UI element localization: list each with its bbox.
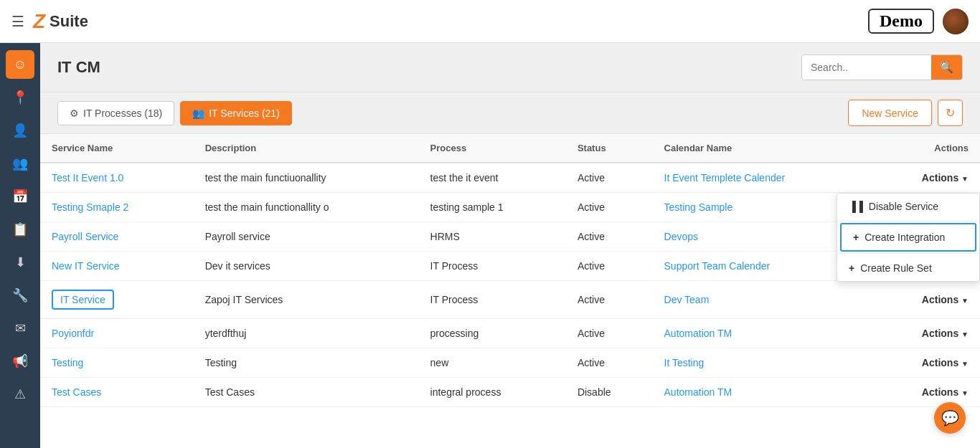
services-icon: 👥 bbox=[192, 108, 204, 119]
tab-services-label: IT Services (21) bbox=[209, 108, 280, 119]
cell-status: Active bbox=[566, 348, 653, 378]
actions-dropdown-button[interactable]: Actions ▼ bbox=[922, 294, 969, 305]
cell-status: Active bbox=[566, 281, 653, 319]
dropdown-divider bbox=[837, 253, 979, 254]
cell-actions: Actions ▼ bbox=[873, 348, 980, 378]
cell-service-name: Test Cases bbox=[40, 378, 194, 407]
service-name-link[interactable]: IT Service bbox=[52, 290, 114, 310]
sidebar-item-tools[interactable]: 🔧 bbox=[6, 281, 34, 310]
calendar-name-link[interactable]: Dev Team bbox=[664, 294, 710, 305]
calendar-name-link[interactable]: Support Team Calender bbox=[664, 260, 771, 272]
calendar-name-link[interactable]: Testing Sample bbox=[664, 201, 733, 213]
service-name-link[interactable]: Test It Event 1.0 bbox=[52, 172, 123, 184]
avatar[interactable] bbox=[943, 9, 969, 34]
service-name-link[interactable]: Testing Smaple 2 bbox=[52, 201, 128, 213]
tab-actions: New Service ↻ bbox=[848, 100, 963, 126]
cell-process: test the it event bbox=[419, 163, 566, 193]
logo-z: Z bbox=[33, 10, 45, 33]
service-name-link[interactable]: New IT Service bbox=[52, 260, 120, 272]
dropdown-divider bbox=[837, 221, 979, 221]
new-service-button[interactable]: New Service bbox=[848, 100, 932, 126]
cell-process: IT Process bbox=[419, 252, 566, 281]
nav-right: Demo bbox=[868, 9, 969, 34]
cell-calendar: Dev Team bbox=[653, 281, 874, 319]
nav-left: ☰ Z Suite bbox=[11, 10, 88, 33]
refresh-button[interactable]: ↻ bbox=[938, 100, 963, 126]
service-name-link[interactable]: Payroll Service bbox=[52, 231, 118, 242]
sidebar-item-group[interactable]: 👥 bbox=[6, 149, 34, 178]
dropdown-item-label: Disable Service bbox=[869, 201, 938, 212]
cell-description: Dev it services bbox=[194, 252, 419, 281]
cell-actions: Actions ▼ bbox=[873, 163, 980, 193]
sidebar-item-download[interactable]: ⬇ bbox=[6, 248, 34, 277]
sidebar-item-location[interactable]: 📍 bbox=[6, 83, 34, 112]
actions-dropdown-button[interactable]: Actions ▼ bbox=[922, 172, 969, 184]
service-name-link[interactable]: Testing bbox=[52, 357, 83, 368]
dropdown-item-label: Create Rule Set bbox=[860, 262, 932, 274]
table-row: Testing Smaple 2test the main functional… bbox=[40, 193, 980, 222]
calendar-name-link[interactable]: It Testing bbox=[664, 357, 705, 368]
tab-bar: ⚙ IT Processes (18) 👥 IT Services (21) N… bbox=[40, 92, 980, 134]
cell-description: test the main functiuonallity bbox=[194, 163, 419, 193]
actions-dropdown-button[interactable]: Actions ▼ bbox=[922, 357, 969, 368]
dropdown-item-label: Create Integration bbox=[864, 232, 945, 243]
service-name-link[interactable]: Test Cases bbox=[52, 386, 101, 398]
cell-service-name: Payroll Service bbox=[40, 222, 194, 252]
cell-process: processing bbox=[419, 319, 566, 348]
cell-service-name: Test It Event 1.0 bbox=[40, 163, 194, 193]
dropdown-item[interactable]: ▐▐Disable Service bbox=[837, 194, 979, 219]
col-description: Description bbox=[194, 134, 419, 163]
cell-status: Active bbox=[566, 163, 653, 193]
cell-service-name: IT Service bbox=[40, 281, 194, 319]
actions-dropdown-button[interactable]: Actions ▼ bbox=[922, 328, 969, 339]
calendar-name-link[interactable]: Automation TM bbox=[664, 328, 732, 339]
main-layout: ☺ 📍 👤 👥 📅 📋 ⬇ 🔧 ✉ 📢 ⚠ IT CM 🔍 ⚙ IT Proce… bbox=[0, 43, 980, 448]
col-status: Status bbox=[566, 134, 653, 163]
cell-description: test the main functionallity o bbox=[194, 193, 419, 222]
search-button[interactable]: 🔍 bbox=[931, 55, 962, 80]
search-input[interactable] bbox=[802, 57, 931, 77]
cell-status: Active bbox=[566, 319, 653, 348]
dropdown-item[interactable]: +Create Integration bbox=[840, 223, 976, 252]
cell-status: Active bbox=[566, 193, 653, 222]
sidebar-item-list[interactable]: 📋 bbox=[6, 215, 34, 244]
cell-process: integral process bbox=[419, 378, 566, 407]
cell-status: Active bbox=[566, 252, 653, 281]
dropdown-item[interactable]: +Create Rule Set bbox=[837, 255, 979, 281]
search-box: 🔍 bbox=[801, 54, 963, 80]
table-row: Test CasesTest Casesintegral processDisa… bbox=[40, 378, 980, 407]
sidebar-item-calendar[interactable]: 📅 bbox=[6, 182, 34, 211]
tab-it-processes[interactable]: ⚙ IT Processes (18) bbox=[57, 101, 174, 125]
actions-dropdown-button[interactable]: Actions ▼ bbox=[922, 386, 969, 398]
tab-it-services[interactable]: 👥 IT Services (21) bbox=[180, 101, 292, 125]
sidebar-item-face[interactable]: ☺ bbox=[6, 50, 34, 79]
calendar-name-link[interactable]: Automation TM bbox=[664, 386, 732, 398]
cell-process: HRMS bbox=[419, 222, 566, 252]
tab-processes-label: IT Processes (18) bbox=[83, 108, 162, 119]
sidebar-item-mail[interactable]: ✉ bbox=[6, 314, 34, 343]
calendar-name-link[interactable]: Devops bbox=[664, 231, 698, 242]
cell-description: Test Cases bbox=[194, 378, 419, 407]
sidebar-item-speaker[interactable]: 📢 bbox=[6, 347, 34, 376]
table-header: Service Name Description Process Status … bbox=[40, 134, 980, 163]
hamburger-menu[interactable]: ☰ bbox=[11, 13, 24, 30]
col-actions: Actions bbox=[873, 134, 980, 163]
processes-icon: ⚙ bbox=[70, 108, 79, 119]
cell-calendar: Automation TM bbox=[653, 378, 874, 407]
sidebar-item-user[interactable]: 👤 bbox=[6, 116, 34, 145]
chat-bubble[interactable]: 💬 bbox=[934, 402, 966, 434]
table-row: PoyionfdryterdfthujprocessingActiveAutom… bbox=[40, 319, 980, 348]
cell-description: Payroll service bbox=[194, 222, 419, 252]
cell-status: Active bbox=[566, 222, 653, 252]
cell-actions: Actions ▼ bbox=[873, 378, 980, 407]
page-title: IT CM bbox=[57, 58, 100, 77]
cell-actions: Actions ▼▐▐Disable Service+Create Integr… bbox=[873, 193, 980, 222]
table-wrapper: Service Name Description Process Status … bbox=[40, 134, 980, 448]
cell-status: Disable bbox=[566, 378, 653, 407]
demo-badge: Demo bbox=[868, 9, 934, 34]
service-name-link[interactable]: Poyionfdr bbox=[52, 328, 94, 339]
sidebar-item-alert[interactable]: ⚠ bbox=[6, 380, 34, 409]
cell-service-name: Poyionfdr bbox=[40, 319, 194, 348]
calendar-name-link[interactable]: It Event Templete Calender bbox=[664, 172, 786, 184]
cell-process: new bbox=[419, 348, 566, 378]
